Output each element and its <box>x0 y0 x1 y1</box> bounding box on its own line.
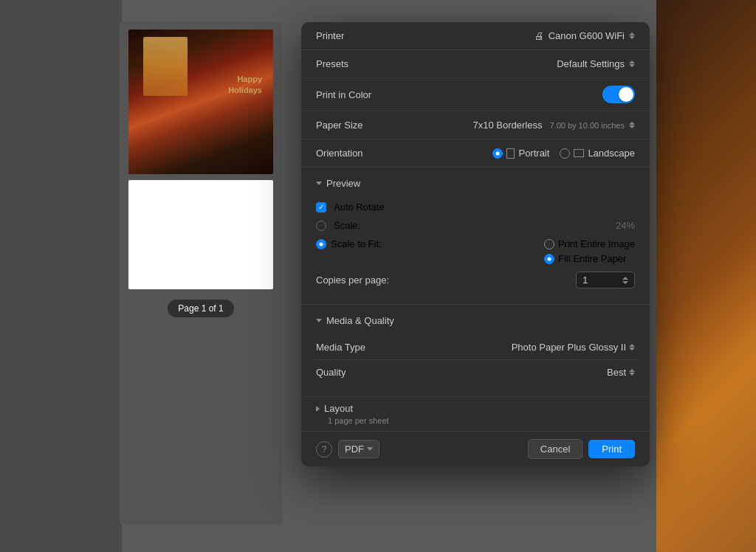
media-type-value-container[interactable]: Photo Paper Plus Glossy II <box>419 342 635 353</box>
fill-entire-paper-label: Fill Entire Paper <box>558 253 626 264</box>
quality-value-container[interactable]: Best <box>419 367 635 378</box>
auto-rotate-checkbox[interactable]: ✓ <box>316 202 326 213</box>
layout-sub: 1 page per sheet <box>316 416 635 425</box>
media-quality-content: Media Type Photo Paper Plus Glossy II Qu… <box>301 332 650 392</box>
quality-arrows <box>629 369 635 376</box>
pdf-label: PDF <box>345 444 364 455</box>
layout-section-label: Layout <box>324 403 353 414</box>
preview-section-content: ✓ Auto Rotate Scale: 24% Scale to Fit: <box>301 195 650 300</box>
media-type-row: Media Type Photo Paper Plus Glossy II <box>313 335 638 360</box>
preview-section: Preview ✓ Auto Rotate Scale: 24% Scale t <box>301 168 650 305</box>
media-quality-chevron-icon <box>316 319 322 322</box>
quality-arrow-up <box>629 369 635 372</box>
copies-arrow-down <box>622 281 628 284</box>
presets-arrows <box>629 61 635 67</box>
presets-label: Presets <box>316 58 412 69</box>
paper-size-detail: 7.00 by 10.00 inches <box>549 121 625 130</box>
copies-arrows <box>622 277 628 284</box>
pdf-chevron-icon <box>367 447 373 451</box>
cancel-button[interactable]: Cancel <box>528 439 583 459</box>
background-left <box>0 0 122 552</box>
print-in-color-row: Print in Color <box>301 78 650 111</box>
orientation-options: Portrait Landscape <box>412 148 635 159</box>
scale-to-fit-options: Print Entire Image Fill Entire Paper <box>544 238 635 264</box>
print-in-color-toggle-container <box>412 86 635 103</box>
quality-row: Quality Best <box>313 360 638 384</box>
media-type-arrows <box>629 344 635 351</box>
paper-size-label: Paper Size <box>316 120 412 131</box>
scale-to-fit-row: Scale to Fit: Print Entire Image Fill En… <box>313 235 638 268</box>
layout-section[interactable]: Layout 1 page per sheet <box>301 397 650 431</box>
pdf-button[interactable]: PDF <box>338 440 379 458</box>
paper-size-value: 7x10 Borderless <box>473 120 543 131</box>
presets-value: Default Settings <box>557 58 625 69</box>
scale-to-fit-radio[interactable] <box>316 239 326 249</box>
portrait-icon <box>506 148 515 159</box>
print-entire-image-option[interactable]: Print Entire Image <box>544 238 635 249</box>
copies-per-page-row: Copies per page: 1 <box>313 268 638 292</box>
arrow-down-icon <box>629 36 635 39</box>
layout-header: Layout <box>316 403 635 414</box>
media-type-arrow-down <box>629 348 635 351</box>
preview-panel: HappyHolidays Page 1 of 1 <box>120 22 282 524</box>
orientation-label: Orientation <box>316 148 412 159</box>
paper-size-arrow-down <box>629 125 635 128</box>
print-dialog: Printer 🖨 Canon G600 WiFi Presets Defaul… <box>301 22 650 466</box>
presets-value-container[interactable]: Default Settings <box>412 58 635 69</box>
portrait-option[interactable]: Portrait <box>492 148 549 159</box>
landscape-icon <box>574 149 584 157</box>
paper-size-value-container[interactable]: 7x10 Borderless 7.00 by 10.00 inches <box>412 120 635 131</box>
print-button[interactable]: Print <box>588 440 635 458</box>
print-entire-image-label: Print Entire Image <box>558 238 635 249</box>
help-button[interactable]: ? <box>316 441 332 458</box>
printer-value-container[interactable]: 🖨 Canon G600 WiFi <box>412 30 635 41</box>
printer-value: Canon G600 WiFi <box>549 30 625 41</box>
orientation-row: Orientation Portrait Landscape <box>301 139 650 168</box>
landscape-label: Landscape <box>588 148 635 159</box>
fill-entire-paper-option[interactable]: Fill Entire Paper <box>544 253 635 264</box>
paper-size-arrow-up <box>629 122 635 125</box>
print-in-color-label: Print in Color <box>316 89 412 100</box>
copies-arrow-up <box>622 277 628 280</box>
quality-label: Quality <box>316 367 419 378</box>
media-quality-section-header[interactable]: Media & Quality <box>301 309 650 332</box>
printer-arrows <box>629 32 635 39</box>
paper-size-arrows <box>629 122 635 128</box>
copies-per-page-value: 1 <box>583 275 588 286</box>
printer-icon: 🖨 <box>535 30 544 41</box>
presets-arrow-down <box>629 64 635 67</box>
preview-chevron-icon <box>316 182 322 185</box>
scale-radio[interactable] <box>316 221 326 231</box>
bottom-bar: ? PDF Cancel Print <box>301 431 650 466</box>
media-quality-section-label: Media & Quality <box>326 315 394 326</box>
preview-section-label: Preview <box>326 178 360 189</box>
quality-value: Best <box>607 367 626 378</box>
paper-size-row: Paper Size 7x10 Borderless 7.00 by 10.00… <box>301 111 650 139</box>
background-right <box>656 0 756 552</box>
preview-white-page <box>128 180 273 289</box>
media-type-arrow-up <box>629 344 635 347</box>
print-entire-image-radio <box>544 239 554 249</box>
auto-rotate-row: ✓ Auto Rotate <box>313 198 638 216</box>
landscape-option[interactable]: Landscape <box>560 148 635 159</box>
quality-arrow-down <box>629 373 635 376</box>
presets-arrow-up <box>629 61 635 63</box>
copies-per-page-select[interactable]: 1 <box>576 272 635 289</box>
media-type-label: Media Type <box>316 342 419 353</box>
checkbox-check-icon: ✓ <box>318 204 324 211</box>
page-indicator: Page 1 of 1 <box>168 300 233 317</box>
scale-row: Scale: 24% <box>313 216 638 235</box>
preview-image: HappyHolidays <box>128 30 273 174</box>
landscape-radio <box>560 148 570 159</box>
presets-row: Presets Default Settings <box>301 50 650 78</box>
scale-to-fit-label: Scale to Fit: <box>331 238 382 249</box>
print-in-color-toggle[interactable] <box>602 86 635 103</box>
printer-label: Printer <box>316 30 412 41</box>
media-type-value: Photo Paper Plus Glossy II <box>512 342 626 353</box>
media-quality-section: Media & Quality Media Type Photo Paper P… <box>301 305 650 397</box>
preview-image-text: HappyHolidays <box>228 74 262 97</box>
copies-per-page-label: Copies per page: <box>316 275 419 286</box>
fill-entire-paper-radio <box>544 254 554 264</box>
layout-chevron-icon <box>316 406 320 412</box>
preview-section-header[interactable]: Preview <box>301 172 650 195</box>
